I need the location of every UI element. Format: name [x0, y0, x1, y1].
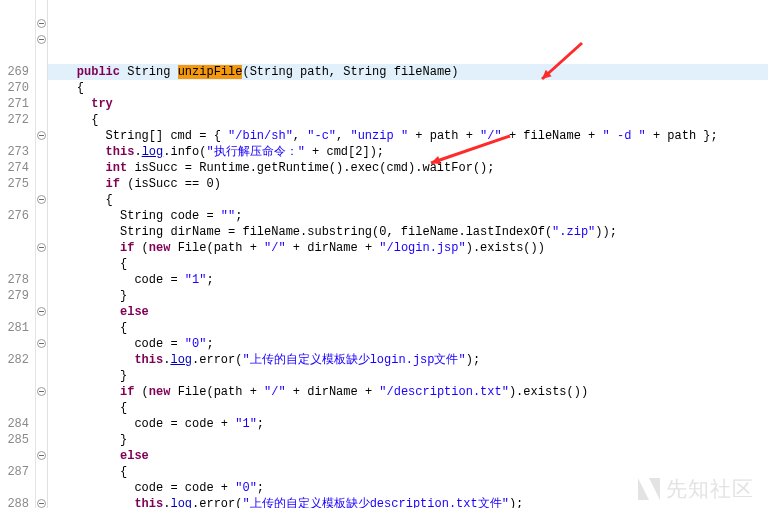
code-line: try — [48, 96, 768, 112]
code-line: int isSucc = Runtime.getRuntime().exec(c… — [48, 160, 768, 176]
fold-toggle-icon[interactable] — [37, 387, 46, 396]
line-number: 271 — [0, 96, 29, 112]
code-line: { — [48, 400, 768, 416]
fold-toggle-icon[interactable] — [37, 307, 46, 316]
line-number — [0, 240, 29, 256]
code-line: else — [48, 304, 768, 320]
fold-toggle-icon[interactable] — [37, 339, 46, 348]
line-number: 285 — [0, 432, 29, 448]
code-line: { — [48, 80, 768, 96]
line-number — [0, 304, 29, 320]
code-line: if (new File(path + "/" + dirName + "/lo… — [48, 240, 768, 256]
line-number — [0, 16, 29, 32]
line-number — [0, 448, 29, 464]
code-line: this.log.info("执行解压命令：" + cmd[2]); — [48, 144, 768, 160]
line-number — [0, 0, 29, 16]
line-number: 275 — [0, 176, 29, 192]
line-number: 287 — [0, 464, 29, 480]
code-area[interactable]: public String unzipFile(String path, Str… — [48, 0, 768, 508]
code-line: if (new File(path + "/" + dirName + "/de… — [48, 384, 768, 400]
line-number: 279 — [0, 288, 29, 304]
line-number — [0, 128, 29, 144]
code-line: this.log.error("上传的自定义模板缺少login.jsp文件"); — [48, 352, 768, 368]
fold-toggle-icon[interactable] — [37, 131, 46, 140]
fold-toggle-icon[interactable] — [37, 195, 46, 204]
line-number — [0, 368, 29, 384]
line-number: 273 — [0, 144, 29, 160]
line-number: 272 — [0, 112, 29, 128]
line-number: 274 — [0, 160, 29, 176]
code-line: public String unzipFile(String path, Str… — [48, 64, 768, 80]
code-line: code = "0"; — [48, 336, 768, 352]
line-number — [0, 384, 29, 400]
code-line: String[] cmd = { "/bin/sh", "-c", "unzip… — [48, 128, 768, 144]
code-line: { — [48, 256, 768, 272]
line-number — [0, 48, 29, 64]
line-number: 270 — [0, 80, 29, 96]
code-editor: 2692702712722732742752762782792812822842… — [0, 0, 768, 508]
code-line: { — [48, 192, 768, 208]
fold-gutter — [36, 0, 48, 508]
line-number: 284 — [0, 416, 29, 432]
line-number — [0, 336, 29, 352]
line-number: 269 — [0, 64, 29, 80]
code-line: else — [48, 448, 768, 464]
fold-toggle-icon[interactable] — [37, 499, 46, 508]
code-line: } — [48, 288, 768, 304]
line-number — [0, 32, 29, 48]
fold-toggle-icon[interactable] — [37, 451, 46, 460]
watermark: 先知社区 — [638, 478, 754, 500]
line-number — [0, 224, 29, 240]
line-number-gutter: 2692702712722732742752762782792812822842… — [0, 0, 36, 508]
line-number: 281 — [0, 320, 29, 336]
line-number: 276 — [0, 208, 29, 224]
code-line: } — [48, 368, 768, 384]
line-number — [0, 480, 29, 496]
watermark-text: 先知社区 — [666, 481, 754, 497]
line-number: 282 — [0, 352, 29, 368]
line-number: 278 — [0, 272, 29, 288]
fold-toggle-icon[interactable] — [37, 19, 46, 28]
fold-toggle-icon[interactable] — [37, 35, 46, 44]
highlighted-identifier: unzipFile — [178, 65, 243, 79]
line-number — [0, 256, 29, 272]
code-line: if (isSucc == 0) — [48, 176, 768, 192]
line-number: 288 — [0, 496, 29, 508]
code-line: String code = ""; — [48, 208, 768, 224]
line-number — [0, 192, 29, 208]
code-line: code = "1"; — [48, 272, 768, 288]
fold-toggle-icon[interactable] — [37, 243, 46, 252]
code-line: String dirName = fileName.substring(0, f… — [48, 224, 768, 240]
watermark-icon — [638, 478, 660, 500]
line-number — [0, 400, 29, 416]
code-line: code = code + "1"; — [48, 416, 768, 432]
code-line: } — [48, 432, 768, 448]
code-line: { — [48, 320, 768, 336]
code-line: { — [48, 112, 768, 128]
